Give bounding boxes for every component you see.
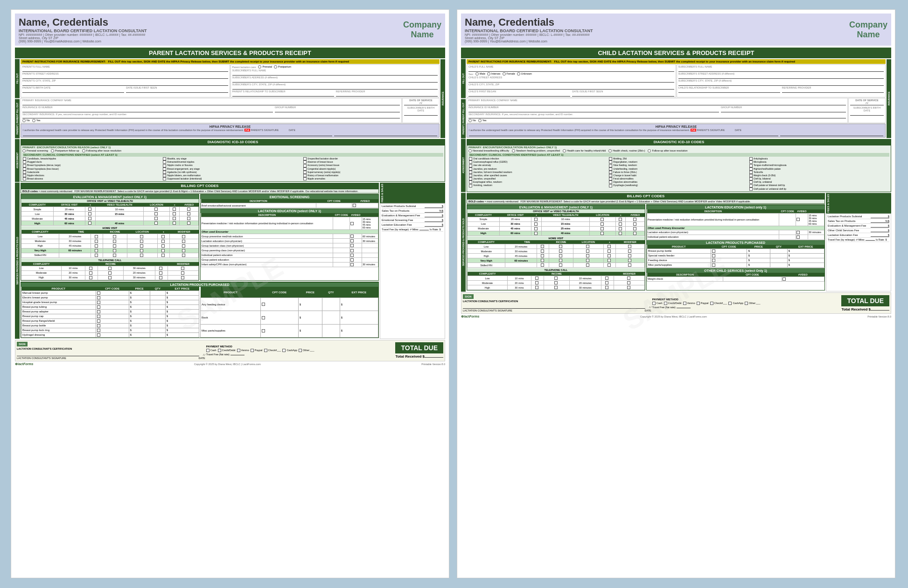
services-label: SERVICES PROVIDED & PRODUCTS SOLD: [15, 183, 20, 339]
child-hipaa-title: HIPAA PRIVACY RELEASE: [469, 125, 883, 128]
parent-header: Name, Credentials INTERNATIONAL BOARD CE…: [15, 14, 445, 46]
child-special-needs-feeder: Special needs feeder: [647, 253, 711, 258]
child-name-credentials: Name, Credentials: [465, 16, 593, 28]
total-due: TOTAL DUE: [395, 342, 443, 353]
lac-edu-header: LACTATION EDUCATION (select ONLY 1): [201, 208, 378, 213]
name-credentials: Name, Credentials: [19, 16, 147, 28]
child-copyright: Copyright © 2025 by Diana West, IBCLC | …: [640, 315, 707, 318]
child-version: Printable Version 8.0: [867, 315, 891, 318]
child-insurance-label: INSURANCE: [887, 59, 891, 138]
child-products-header: LACTATION PRODUCTS PURCHASED: [647, 240, 824, 245]
header-left: Name, Credentials INTERNATIONAL BOARD CE…: [19, 16, 147, 43]
parent-fill-label: PARENT | PARENT FILL OUT: [15, 99, 20, 138]
billing-title: BILLING CPT CODES: [21, 183, 379, 189]
emotional-header: EMOTIONAL SCREENING: [201, 194, 378, 199]
child-lact-logo: ⊕lactForms: [461, 315, 479, 318]
child-payment-method-label: PAYMENT METHOD: [652, 298, 841, 301]
child-header-left: Name, Credentials INTERNATIONAL BOARD CE…: [465, 16, 593, 43]
telephone-label: TELEPHONE CALL: [21, 258, 199, 262]
child-diagnostic-title: DIAGNOSTIC ICD-10 CODES: [467, 139, 891, 145]
child-total-received: Total Received $: [841, 307, 889, 311]
insurance-label: INSURANCE: [440, 59, 445, 138]
child-consultant-title: INTERNATIONAL BOARD CERTIFIED LACTATION …: [465, 28, 593, 33]
address-line: Street address, City ST ZIP: [19, 36, 147, 40]
child-signature-label: LACTATION CONSULTANT'S CERTIFICATION: [463, 300, 651, 303]
bottom-bar: ⊕lactForms Copyright © 2025 by Diana Wes…: [15, 362, 445, 366]
hipaa-title: HIPAA PRIVACY RELEASE: [23, 125, 437, 128]
breast-pump-bottle-left: Breast pump bottle: [21, 323, 96, 328]
often-used-encounter: Often used Encounter: [201, 230, 378, 234]
child-other-services-header: OTHER CHILD SERVICES (select Only 1): [647, 268, 824, 273]
child-often-used-primary: Often used Primary Encounter: [647, 226, 824, 230]
child-breast-pump-bottle: Breast pump bottle: [647, 249, 711, 253]
child-address-line: Street address, City ST ZIP: [465, 36, 593, 40]
child-bottom-bar: ⊕lactForms Copyright © 2025 by Diana Wes…: [461, 315, 891, 318]
child-sign-area-label: SIGN: [463, 294, 474, 299]
office-visit-label: OFFICE VISIT or VIDEO TELEHEALTH: [21, 199, 199, 203]
child-fees-label: FEES & SALES: [826, 193, 891, 214]
child-misc-parts: Misc parts/supplies: [647, 263, 711, 267]
child-billing-title: BILLING CPT CODES: [467, 193, 825, 199]
child-npi-line: NPI: ######### | Other provider number: …: [465, 33, 593, 36]
consultant-title: INTERNATIONAL BOARD CERTIFIED LACTATION …: [19, 28, 147, 33]
child-form: SAMPLE Name, Credentials INTERNATIONAL B…: [457, 9, 895, 578]
page-container: SAMPLE Name, Credentials INTERNATIONAL B…: [11, 9, 897, 578]
child-contact-line: (999) 999-9999 | You@EmailAddress.com | …: [465, 40, 593, 43]
payment-method-label: PAYMENT METHOD: [206, 345, 395, 348]
child-lac-edu-header: LACTATION EDUCATION (select only 1): [647, 205, 824, 209]
child-home-visit-label: HOME VISIT: [467, 236, 645, 240]
parent-form: SAMPLE Name, Credentials INTERNATIONAL B…: [11, 9, 449, 578]
child-header: Name, Credentials INTERNATIONAL BOARD CE…: [461, 14, 891, 46]
child-em-header: EVALUATION & MANAGEMENT (select ONLY 1): [467, 205, 645, 209]
em-header: EVALUATION & MANAGEMENT (select ONLY 1): [21, 194, 199, 199]
diagnostic-title: DIAGNOSTIC ICD-10 CODES: [21, 139, 445, 145]
child-form-title: CHILD LACTATION SERVICES & PRODUCTS RECE…: [461, 48, 891, 58]
assessment-label: ASSESSMENT: [15, 139, 20, 182]
header-right: CompanyName: [403, 20, 441, 40]
child-fill-out-label: FILL OUT: [461, 59, 466, 98]
products-header: LACTATION PRODUCTS PURCHASED: [21, 282, 378, 287]
fill-instructions: PARENT INSTRUCTIONS FOR INSURANCE REIMBU…: [21, 59, 440, 64]
company-name: CompanyName: [403, 20, 441, 40]
total-received: Total Received $: [395, 354, 443, 359]
npi-line: NPI: ######### | Other provider number: …: [19, 33, 147, 36]
child-company-name: CompanyName: [849, 20, 887, 40]
child-header-right: CompanyName: [849, 20, 887, 40]
child-services-label: SERVICES PROVIDED & PRODUCTS SOLD: [461, 193, 466, 292]
child-fill-instructions: PARENT INSTRUCTIONS FOR INSURANCE REIMBU…: [467, 59, 886, 64]
fill-out-label: FILL OUT: [15, 59, 20, 98]
signature-label: LACTATION CONSULTANT'S CERTIFICATION: [17, 347, 205, 350]
child-feeding-device: Feeding device: [647, 258, 711, 263]
child-parent-fill-label: PARENT | PARENT FILL OUT: [461, 99, 466, 138]
child-assessment-label: ASSESSMENT: [461, 139, 466, 192]
child-office-visit-label: OFFICE VISIT or VIDEO TELEHEALTH: [467, 209, 645, 213]
child-telephone-label: TELEPHONE CALL: [467, 268, 645, 272]
copyright: Copyright © 2025 by Diana West, IBCLC | …: [194, 363, 261, 366]
fees-label: FEES & SALES: [380, 183, 445, 203]
version: Printable Version 8.0: [421, 363, 445, 366]
lact-logo: ⊕lactForms: [15, 362, 33, 366]
parent-form-title: PARENT LACTATION SERVICES & PRODUCTS REC…: [15, 48, 445, 58]
contact-line: (999) 999-9999 | You@EmailAddress.com | …: [19, 40, 147, 43]
child-total-due: TOTAL DUE: [841, 295, 889, 306]
home-visit-label: HOME VISIT: [21, 226, 199, 230]
sign-area-label: SIGN: [17, 342, 28, 346]
